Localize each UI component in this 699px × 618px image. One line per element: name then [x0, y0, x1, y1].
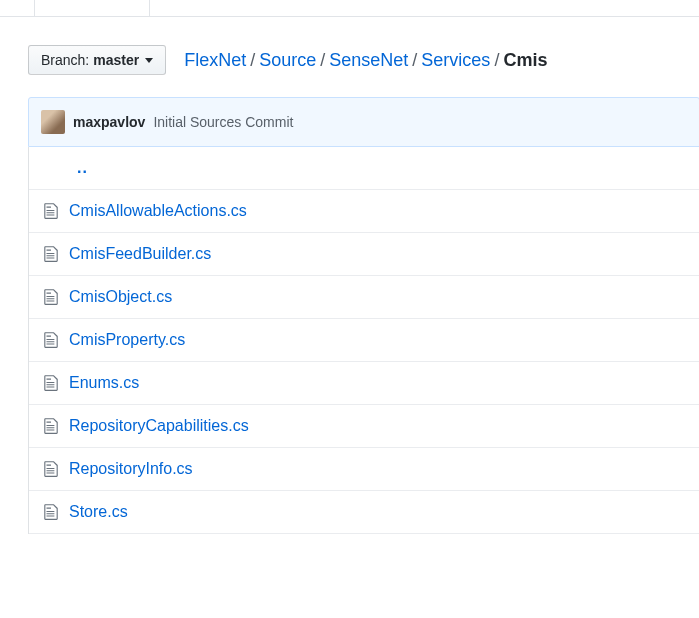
file-row: RepositoryCapabilities.cs	[29, 405, 699, 448]
avatar[interactable]	[41, 110, 65, 134]
breadcrumb-separator: /	[246, 50, 259, 70]
branch-label: Branch:	[41, 52, 89, 68]
breadcrumb-link[interactable]: SenseNet	[329, 50, 408, 70]
branch-name: master	[93, 52, 139, 68]
file-name-link[interactable]: CmisAllowableActions.cs	[69, 202, 247, 220]
file-icon	[43, 417, 59, 435]
commit-author[interactable]: maxpavlov	[73, 114, 145, 130]
file-row: Enums.cs	[29, 362, 699, 405]
file-icon	[43, 202, 59, 220]
breadcrumb-link[interactable]: Services	[421, 50, 490, 70]
file-row: CmisFeedBuilder.cs	[29, 233, 699, 276]
latest-commit-bar: maxpavlov Initial Sources Commit	[28, 97, 699, 147]
file-icon	[43, 331, 59, 349]
file-row: CmisObject.cs	[29, 276, 699, 319]
file-name-link[interactable]: RepositoryCapabilities.cs	[69, 417, 249, 435]
parent-dir-link[interactable]: ..	[77, 159, 88, 177]
file-name-link[interactable]: Store.cs	[69, 503, 128, 521]
file-row: CmisAllowableActions.cs	[29, 190, 699, 233]
file-icon	[43, 503, 59, 521]
breadcrumb-current: Cmis	[503, 50, 547, 70]
file-icon	[43, 245, 59, 263]
caret-down-icon	[145, 58, 153, 63]
file-icon	[43, 288, 59, 306]
breadcrumb-separator: /	[490, 50, 503, 70]
tab-bar	[0, 0, 699, 17]
breadcrumb-link[interactable]: Source	[259, 50, 316, 70]
header-row: Branch: master FlexNet/Source/SenseNet/S…	[28, 45, 699, 75]
file-row: CmisProperty.cs	[29, 319, 699, 362]
branch-select-button[interactable]: Branch: master	[28, 45, 166, 75]
file-row: RepositoryInfo.cs	[29, 448, 699, 491]
active-tab[interactable]	[34, 0, 150, 16]
file-icon	[43, 460, 59, 478]
file-row: Store.cs	[29, 491, 699, 534]
file-name-link[interactable]: CmisObject.cs	[69, 288, 172, 306]
commit-message[interactable]: Initial Sources Commit	[153, 114, 293, 130]
file-name-link[interactable]: CmisProperty.cs	[69, 331, 185, 349]
file-name-link[interactable]: RepositoryInfo.cs	[69, 460, 193, 478]
breadcrumb-separator: /	[408, 50, 421, 70]
parent-dir-row[interactable]: ..	[29, 147, 699, 190]
breadcrumb: FlexNet/Source/SenseNet/Services/Cmis	[184, 50, 547, 71]
file-icon	[43, 374, 59, 392]
file-list: .. CmisAllowableActions.csCmisFeedBuilde…	[28, 147, 699, 534]
file-name-link[interactable]: Enums.cs	[69, 374, 139, 392]
file-name-link[interactable]: CmisFeedBuilder.cs	[69, 245, 211, 263]
breadcrumb-separator: /	[316, 50, 329, 70]
breadcrumb-link[interactable]: FlexNet	[184, 50, 246, 70]
